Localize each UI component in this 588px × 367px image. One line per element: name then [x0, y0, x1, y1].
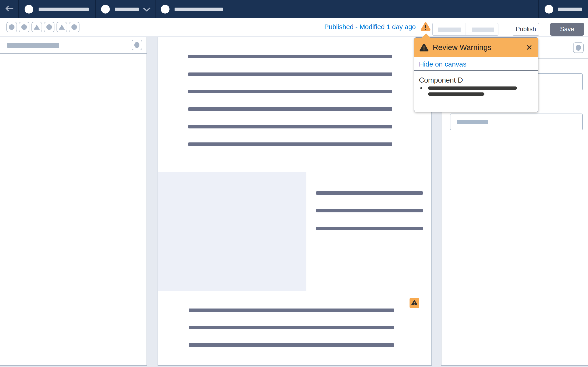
publish-button[interactable]: Publish — [513, 23, 539, 36]
app-avatar — [25, 5, 33, 14]
toolbar-button-2[interactable] — [19, 22, 29, 32]
triangle-icon — [34, 25, 40, 30]
right-panel-action-button[interactable] — [573, 42, 584, 53]
editor-toolbar: Published - Modified 1 day ago Publish S… — [0, 18, 588, 36]
text-placeholder-line — [188, 73, 392, 76]
app-title-placeholder — [39, 8, 89, 11]
component-name: Component D — [419, 76, 463, 84]
circle-icon — [71, 24, 77, 30]
popover-divider — [414, 70, 538, 71]
text-placeholder-line — [188, 107, 392, 111]
circle-icon — [134, 42, 139, 48]
back-button[interactable] — [4, 4, 15, 14]
hide-on-canvas-link[interactable]: Hide on canvas — [419, 60, 467, 68]
toolbar-button-6[interactable] — [69, 22, 79, 32]
chevron-down-icon — [142, 10, 151, 14]
toolbar-button-3[interactable] — [32, 22, 42, 32]
circle-icon — [46, 24, 52, 30]
input-value-placeholder — [457, 120, 488, 124]
component-warning-badge[interactable] — [409, 298, 419, 308]
popover-title: Review Warnings — [433, 43, 492, 52]
circle-icon — [9, 24, 15, 30]
topbar-divider — [538, 0, 539, 18]
publish-status-text: Published - Modified 1 day ago — [230, 18, 416, 36]
view-mode-switcher — [432, 23, 498, 36]
text-placeholder-line — [189, 326, 394, 329]
top-navigation-bar — [0, 0, 588, 18]
toolbar-button-5[interactable] — [57, 22, 67, 32]
text-placeholder-line — [316, 227, 423, 230]
page-canvas[interactable] — [157, 37, 432, 366]
arrow-left-icon — [5, 5, 14, 13]
left-sidebar-panel — [0, 37, 147, 366]
text-placeholder-line — [188, 125, 392, 128]
review-warnings-popover: Review Warnings ✕ Hide on canvas Compone… — [414, 37, 538, 112]
circle-icon — [21, 24, 27, 30]
app-window: Published - Modified 1 day ago Publish S… — [0, 0, 588, 367]
left-panel-action-button[interactable] — [132, 40, 142, 50]
warning-triangle-icon — [419, 43, 429, 52]
triangle-icon — [59, 25, 65, 30]
image-placeholder — [158, 172, 306, 291]
text-placeholder-line — [189, 343, 394, 347]
text-placeholder-line — [188, 90, 392, 93]
context-avatar — [101, 5, 110, 14]
property-input-2[interactable] — [450, 114, 583, 130]
close-icon[interactable]: ✕ — [524, 38, 535, 57]
popover-header: Review Warnings ✕ — [414, 38, 538, 57]
save-button[interactable]: Save — [550, 23, 584, 36]
text-placeholder-line — [188, 142, 392, 146]
text-placeholder-line — [189, 309, 394, 312]
warning-triangle-icon — [421, 22, 431, 32]
topbar-divider — [156, 0, 156, 18]
warning-text-placeholder — [428, 92, 484, 96]
segment-label-placeholder — [472, 27, 494, 32]
bullet-dot — [420, 87, 422, 89]
page-label-placeholder — [174, 8, 223, 11]
warning-triangle-icon — [411, 300, 417, 306]
text-placeholder-line — [316, 191, 423, 195]
text-placeholder-line — [188, 55, 392, 58]
panel-title-placeholder — [7, 43, 59, 48]
toolbar-button-1[interactable] — [6, 22, 17, 32]
toolbar-button-4[interactable] — [44, 22, 54, 32]
context-dropdown[interactable] — [142, 6, 151, 13]
review-warnings-button[interactable] — [420, 22, 431, 32]
topbar-divider — [95, 0, 96, 18]
circle-icon — [576, 45, 581, 51]
topbar-divider — [18, 0, 19, 18]
segment-label-placeholder — [438, 27, 461, 32]
user-avatar[interactable] — [545, 5, 553, 14]
context-label-placeholder — [115, 8, 139, 11]
text-placeholder-line — [316, 209, 423, 212]
user-name-placeholder — [558, 8, 582, 11]
page-avatar — [161, 5, 170, 14]
warning-text-placeholder — [428, 86, 517, 90]
left-panel-header — [0, 37, 147, 54]
